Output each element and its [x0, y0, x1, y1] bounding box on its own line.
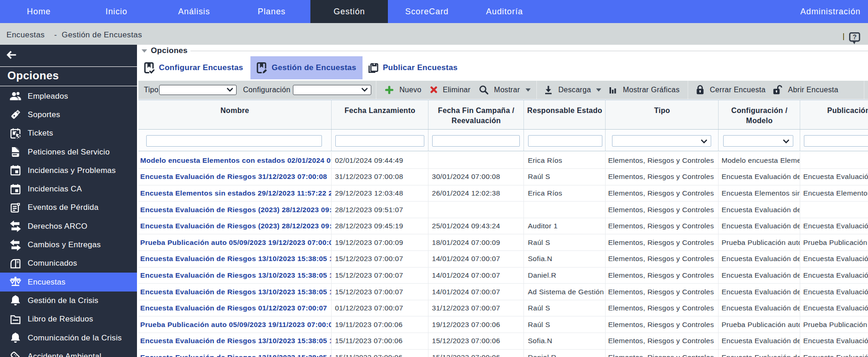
svg-text:?: ? — [853, 33, 857, 41]
